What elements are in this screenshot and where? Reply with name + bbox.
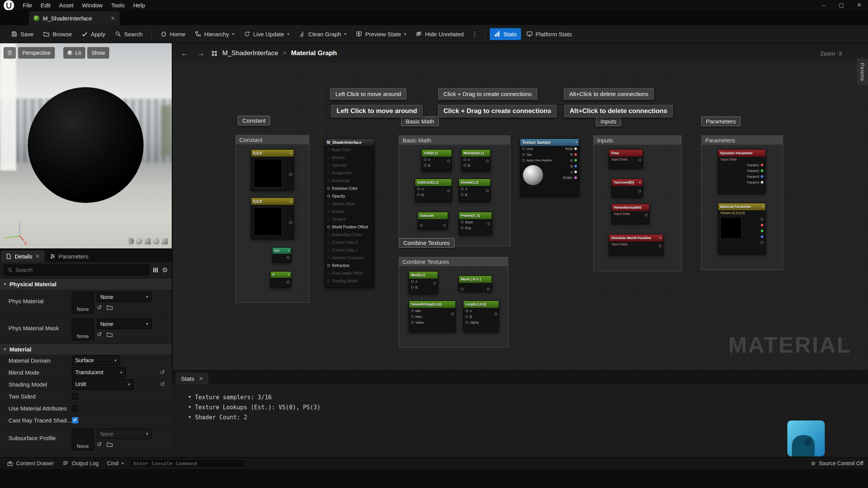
console-command-input[interactable]	[130, 459, 245, 468]
pin-pixel-depth-offset[interactable]: Pixel Depth Offset	[325, 269, 374, 277]
input-pin[interactable]	[465, 321, 468, 324]
output-pin[interactable]	[447, 160, 450, 162]
input-pin[interactable]	[411, 315, 414, 318]
output-pin[interactable]	[443, 224, 446, 227]
rgba-output-pin[interactable]	[574, 176, 577, 179]
node-vertexnormalws[interactable]: VertexNormalWS Input Data	[611, 204, 650, 224]
content-drawer-button[interactable]: Content Drawer	[5, 460, 56, 466]
menu-asset[interactable]: Asset	[55, 0, 78, 10]
comment-bubble-inputs[interactable]: Inputs	[596, 117, 621, 126]
output-pin[interactable]	[451, 312, 454, 315]
node-material-parameter[interactable]: Material Parameter▾ Param (0,0,0,0)	[718, 203, 766, 255]
input-pin[interactable]	[411, 309, 414, 312]
node-constant[interactable]: 0▾	[270, 271, 291, 288]
b-output-pin[interactable]	[761, 235, 763, 238]
node-max[interactable]: Max(0,1) A B	[409, 271, 438, 294]
node-constant3vector-2[interactable]: 0,0,0▴	[251, 198, 294, 239]
nav-back-icon[interactable]: ←	[179, 49, 190, 58]
tab-m-shaderinterface[interactable]: M_ShaderInterface ✕	[29, 11, 120, 25]
output-pin[interactable]	[289, 173, 292, 176]
mipbias-input-pin[interactable]	[522, 159, 525, 162]
menu-window[interactable]: Window	[78, 0, 107, 10]
settings-gear-icon[interactable]: ⚙	[162, 266, 168, 274]
node-smoothstep[interactable]: SmoothStep(0,1,0) Min Max Value	[409, 301, 456, 332]
platform-stats-button[interactable]: Platform Stats	[522, 28, 576, 40]
use-selected-asset-icon[interactable]: ↺	[97, 304, 102, 311]
clean-graph-button[interactable]: Clean Graph▾	[295, 28, 351, 40]
show-button[interactable]: Show	[87, 47, 109, 59]
pin-shading-model[interactable]: Shading Model	[325, 277, 374, 285]
palette-tab[interactable]: Palette	[857, 59, 868, 85]
phys-material-dropdown[interactable]: None ▾	[97, 292, 152, 302]
output-pin[interactable]	[486, 189, 489, 192]
node-divide[interactable]: Divide(1,2) A B	[459, 179, 491, 202]
preview-state-button[interactable]: Preview State▾	[352, 28, 410, 40]
input-pin[interactable]	[424, 158, 426, 161]
output-pin[interactable]	[486, 160, 489, 162]
section-material[interactable]: ▾ Material	[0, 343, 172, 355]
output-log-button[interactable]: Output Log	[60, 460, 101, 466]
rgb-output-pin[interactable]	[574, 147, 577, 150]
phys-material-mask-dropdown[interactable]: None ▾	[97, 319, 152, 329]
input-pin[interactable]	[465, 309, 468, 312]
comment-bubble-combine-textures[interactable]: Combine Textures	[399, 238, 455, 248]
output-pin[interactable]	[659, 245, 662, 247]
material-domain-dropdown[interactable]: Surface ▾	[72, 355, 120, 366]
output-pin[interactable]	[433, 282, 436, 285]
tab-parameters[interactable]: Parameters	[45, 250, 94, 262]
close-tab-icon[interactable]: ✕	[111, 15, 115, 21]
browse-to-asset-icon[interactable]	[107, 331, 113, 338]
param4-output-pin[interactable]	[761, 181, 763, 184]
pin-opacity-mask[interactable]: Opacity Mask	[325, 200, 374, 208]
collapse-icon[interactable]: ▾	[762, 205, 763, 209]
param3-output-pin[interactable]	[761, 175, 763, 178]
param2-output-pin[interactable]	[761, 169, 763, 172]
close-icon[interactable]: ✕	[199, 376, 203, 382]
output-pin[interactable]	[487, 223, 490, 225]
cylinder-preview-icon[interactable]	[127, 238, 134, 245]
node-lerp[interactable]: Lerp(0,1,0.5) A B Alpha	[463, 301, 499, 332]
input-pin[interactable]	[411, 280, 414, 283]
pin-metallic[interactable]: Metallic	[325, 154, 374, 161]
input-pin[interactable]	[461, 221, 464, 223]
node-material-result[interactable]: M_ShaderInterface Base Color Metallic Sp…	[325, 138, 374, 288]
cmd-dropdown[interactable]: Cmd▾	[105, 460, 126, 466]
collapse-icon[interactable]: ▾	[288, 249, 289, 253]
display-filter-icon[interactable]	[152, 267, 159, 273]
maximize-icon[interactable]: ▢	[832, 0, 850, 10]
save-button[interactable]: Save	[7, 28, 38, 40]
pin-subsurface-color[interactable]: Subsurface Color	[325, 231, 374, 238]
node-constant2vector[interactable]: 0,0▾	[272, 247, 291, 263]
node-constant3vector-1[interactable]: 0,0,0▴	[251, 149, 294, 191]
node-power[interactable]: Power(X, 2) Base Exp	[459, 212, 492, 235]
browse-to-asset-icon[interactable]	[107, 441, 113, 447]
subsurface-profile-dropdown[interactable]: None ▾	[97, 429, 152, 439]
pin-refraction[interactable]: Refraction	[325, 262, 374, 269]
r-output-pin[interactable]	[574, 153, 577, 156]
a-output-pin[interactable]	[761, 241, 763, 244]
input-pin[interactable]	[461, 288, 464, 290]
output-pin[interactable]	[761, 218, 763, 221]
comment-bubble-constant[interactable]: Constant	[238, 116, 270, 125]
pin-world-position-offset[interactable]: World Position Offset	[325, 223, 374, 231]
output-pin[interactable]	[645, 214, 648, 216]
input-pin[interactable]	[464, 164, 466, 167]
uvs-input-pin[interactable]	[522, 147, 525, 150]
output-pin[interactable]	[287, 281, 289, 284]
section-physical-material[interactable]: ▾ Physical Material	[0, 278, 172, 289]
custom-mesh-preview-icon[interactable]	[161, 238, 168, 245]
g-output-pin[interactable]	[761, 230, 763, 232]
search-button[interactable]: Search	[111, 28, 147, 40]
reset-to-default-icon[interactable]: ↺	[160, 369, 165, 376]
asset-thumbnail[interactable]: None	[72, 319, 94, 341]
input-pin[interactable]	[417, 193, 420, 196]
comment-bubble-parameters[interactable]: Parameters	[701, 117, 741, 126]
pin-custom-data-0[interactable]: Custom Data 0	[325, 238, 374, 246]
pin-custom-data-1[interactable]: Custom Data 1	[325, 246, 374, 254]
more-options-icon[interactable]: ⋮	[469, 30, 480, 38]
material-graph-canvas[interactable]: ← → M_ShaderInterface > Material Graph Z…	[172, 43, 868, 370]
unreal-engine-logo-icon[interactable]	[3, 0, 15, 11]
pin-ambient-occlusion[interactable]: Ambient Occlusion	[325, 254, 374, 262]
input-pin[interactable]	[411, 321, 414, 324]
pin-emissive-color[interactable]: Emissive Color	[325, 184, 374, 192]
